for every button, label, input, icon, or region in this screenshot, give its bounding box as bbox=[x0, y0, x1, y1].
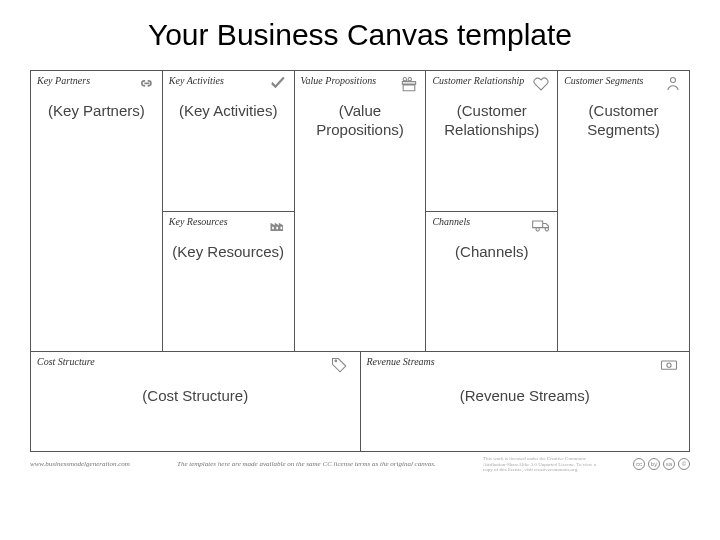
placeholder-key-resources: (Key Resources) bbox=[169, 243, 288, 262]
canvas-bottom-row: Cost Structure (Cost Structure) Revenue … bbox=[31, 351, 689, 451]
gift-icon bbox=[399, 75, 419, 91]
placeholder-key-partners: (Key Partners) bbox=[37, 102, 156, 121]
svg-point-2 bbox=[667, 363, 671, 367]
checkmark-icon bbox=[268, 75, 288, 91]
tags-icon bbox=[330, 356, 350, 372]
cc-copyright-icon: © bbox=[678, 458, 690, 470]
cell-value-propositions: Value Propositions (Value Propositions) bbox=[295, 71, 426, 351]
label-revenue-streams: Revenue Streams bbox=[367, 356, 684, 367]
svg-point-0 bbox=[670, 77, 675, 82]
canvas-footer: www.businessmodelgeneration.com The temp… bbox=[30, 456, 690, 473]
cell-revenue-streams: Revenue Streams (Revenue Streams) bbox=[361, 352, 690, 451]
cc-sa-icon: sa bbox=[663, 458, 675, 470]
canvas-top-row: Key Partners (Key Partners) Key Activiti… bbox=[31, 71, 689, 351]
col-activities-resources: Key Activities (Key Activities) Key Reso… bbox=[163, 71, 295, 351]
cell-cost-structure: Cost Structure (Cost Structure) bbox=[31, 352, 361, 451]
cash-icon bbox=[659, 356, 679, 372]
label-cost-structure: Cost Structure bbox=[37, 356, 354, 367]
placeholder-customer-segments: (Customer Segments) bbox=[564, 102, 683, 140]
svg-rect-1 bbox=[661, 361, 676, 369]
factory-icon bbox=[268, 216, 288, 232]
footer-license-text: The templates here are made available on… bbox=[160, 460, 453, 468]
link-icon bbox=[136, 75, 156, 91]
cc-by-icon: by bbox=[648, 458, 660, 470]
cell-key-resources: Key Resources (Key Resources) bbox=[163, 212, 294, 352]
cell-customer-segments: Customer Segments (Customer Segments) bbox=[558, 71, 689, 351]
col-relationship-channels: Customer Relationship (Customer Relation… bbox=[426, 71, 558, 351]
cc-icon: cc bbox=[633, 458, 645, 470]
cell-channels: Channels (Channels) bbox=[426, 212, 557, 352]
placeholder-customer-relationship: (Customer Relationships) bbox=[432, 102, 551, 140]
person-icon bbox=[663, 75, 683, 91]
cell-customer-relationship: Customer Relationship (Customer Relation… bbox=[426, 71, 557, 212]
placeholder-value-propositions: (Value Propositions) bbox=[301, 102, 420, 140]
placeholder-revenue-streams: (Revenue Streams) bbox=[367, 387, 684, 406]
col-customer-segments: Customer Segments (Customer Segments) bbox=[558, 71, 689, 351]
footer-url: www.businessmodelgeneration.com bbox=[30, 460, 130, 468]
col-value-propositions: Value Propositions (Value Propositions) bbox=[295, 71, 427, 351]
placeholder-channels: (Channels) bbox=[432, 243, 551, 262]
cell-key-activities: Key Activities (Key Activities) bbox=[163, 71, 294, 212]
heart-icon bbox=[531, 75, 551, 91]
footer-disclaimer: This work is licensed under the Creative… bbox=[483, 456, 603, 473]
business-model-canvas: Key Partners (Key Partners) Key Activiti… bbox=[30, 70, 690, 452]
placeholder-key-activities: (Key Activities) bbox=[169, 102, 288, 121]
cc-badges: cc by sa © bbox=[633, 458, 690, 470]
cell-key-partners: Key Partners (Key Partners) bbox=[31, 71, 162, 351]
col-key-partners: Key Partners (Key Partners) bbox=[31, 71, 163, 351]
placeholder-cost-structure: (Cost Structure) bbox=[37, 387, 354, 406]
page-title: Your Business Canvas template bbox=[30, 18, 690, 52]
truck-icon bbox=[531, 216, 551, 232]
